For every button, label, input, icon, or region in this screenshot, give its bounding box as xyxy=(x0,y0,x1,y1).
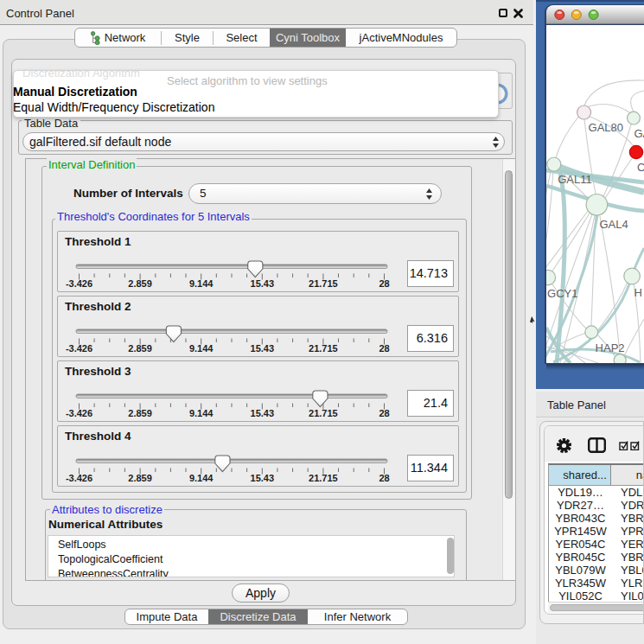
svg-text:GAL80: GAL80 xyxy=(589,121,623,134)
svg-text:C: C xyxy=(637,161,644,174)
svg-text:H: H xyxy=(634,286,642,299)
svg-text:HAP2: HAP2 xyxy=(596,341,625,354)
svg-text:GCY1: GCY1 xyxy=(547,287,577,300)
svg-text:GA: GA xyxy=(634,127,644,140)
svg-text:GAL11: GAL11 xyxy=(558,173,592,186)
svg-text:GAL4: GAL4 xyxy=(599,218,628,231)
